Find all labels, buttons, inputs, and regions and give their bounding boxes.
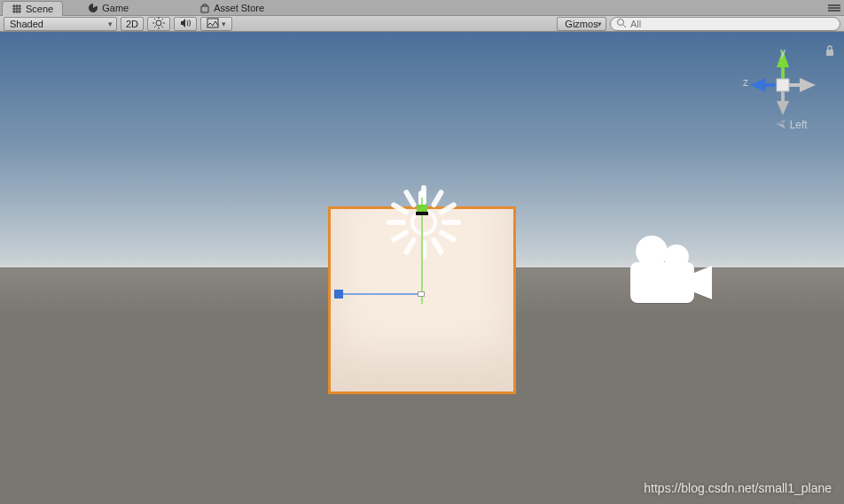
- sun-core-icon: [410, 209, 437, 236]
- svg-point-0: [156, 20, 161, 26]
- gizmos-dropdown[interactable]: Gizmos: [557, 17, 606, 31]
- scene-toolbar: Shaded 2D ▾ Gizmos: [0, 16, 844, 32]
- tab-label: Game: [102, 3, 129, 13]
- tab-bar: Scene Game Asset Store: [0, 0, 844, 16]
- search-icon: [616, 18, 627, 30]
- scene-viewport[interactable]: y z ⮘ Left https://blog.csdn.net/small1_…: [0, 32, 844, 504]
- tab-label: Scene: [26, 4, 53, 14]
- scene-search[interactable]: [610, 17, 840, 31]
- effects-dropdown-button[interactable]: ▾: [200, 17, 232, 31]
- sun-ray-icon: [442, 220, 461, 225]
- tab-asset-store[interactable]: Asset Store: [191, 0, 273, 15]
- lighting-toggle-button[interactable]: [147, 17, 170, 31]
- chevron-down-icon: ▾: [222, 19, 226, 28]
- camera-icon: [616, 234, 723, 314]
- scene-icon: [12, 4, 22, 14]
- svg-line-5: [154, 19, 156, 20]
- draw-mode-label: Shaded: [10, 19, 43, 29]
- tab-options-button[interactable]: [824, 3, 844, 13]
- pacman-icon: [88, 3, 98, 13]
- svg-line-6: [162, 26, 164, 27]
- sun-ray-icon: [421, 185, 426, 205]
- hamburger-icon: [828, 4, 840, 12]
- sun-ray-icon: [421, 240, 426, 260]
- tab-game[interactable]: Game: [79, 0, 137, 15]
- tab-scene[interactable]: Scene: [2, 1, 63, 16]
- gizmos-label: Gizmos: [565, 19, 598, 29]
- sun-icon: [152, 17, 165, 31]
- svg-line-11: [623, 25, 626, 27]
- toggle-2d-button[interactable]: 2D: [121, 17, 144, 31]
- tab-label: Asset Store: [214, 3, 264, 13]
- speaker-icon: [179, 17, 191, 31]
- svg-line-8: [162, 19, 164, 20]
- search-input[interactable]: [630, 18, 834, 30]
- bag-icon: [199, 3, 210, 13]
- sun-ray-icon: [387, 220, 406, 225]
- camera-gizmo[interactable]: [616, 234, 723, 315]
- audio-toggle-button[interactable]: [174, 17, 197, 31]
- svg-point-10: [618, 19, 624, 25]
- svg-line-7: [154, 26, 156, 27]
- image-icon: [207, 17, 219, 31]
- svg-rect-14: [630, 262, 694, 303]
- btn-2d-label: 2D: [126, 19, 138, 29]
- draw-mode-dropdown[interactable]: Shaded: [4, 17, 117, 31]
